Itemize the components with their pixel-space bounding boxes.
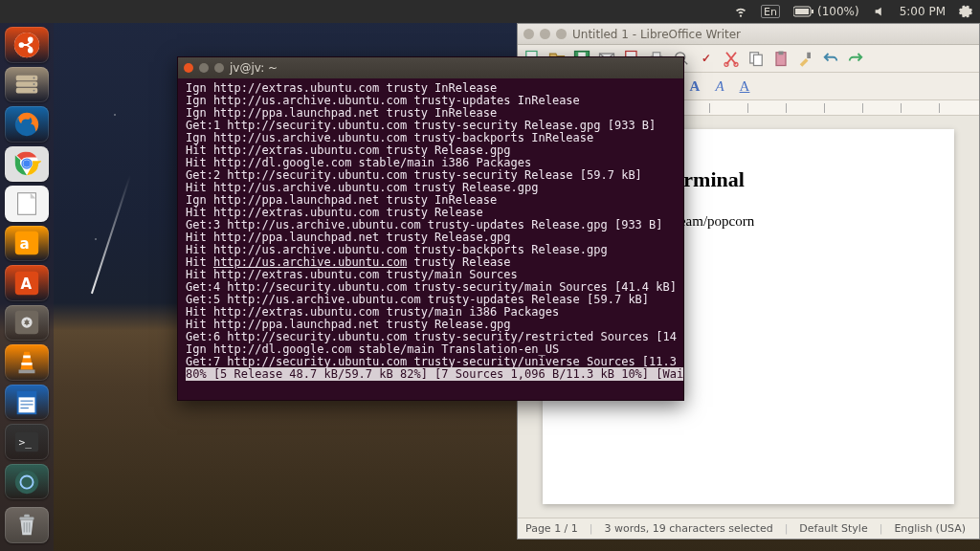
launcher-trash[interactable] — [5, 507, 49, 543]
top-panel: En (100%) 5:00 PM — [0, 0, 980, 23]
launcher-item-files[interactable] — [5, 67, 49, 103]
svg-text:a: a — [20, 235, 30, 253]
svg-rect-26 — [21, 363, 32, 365]
bold-button[interactable]: A — [684, 76, 705, 97]
launcher-item-vlc[interactable] — [5, 344, 49, 381]
gear-icon[interactable] — [959, 5, 972, 18]
underline-button[interactable]: A — [734, 76, 755, 97]
launcher-item-settings[interactable] — [5, 305, 49, 342]
terminal-minimize-button[interactable] — [199, 63, 209, 73]
terminal-maximize-button[interactable] — [214, 63, 224, 73]
italic-button[interactable]: A — [709, 76, 730, 97]
svg-rect-1 — [795, 9, 809, 14]
format-paintbrush-button[interactable] — [795, 48, 816, 69]
terminal-title: jv@jv: ~ — [230, 61, 278, 75]
copy-button[interactable] — [746, 48, 767, 69]
svg-rect-57 — [807, 53, 811, 58]
volume-icon[interactable] — [873, 5, 886, 18]
status-page: Page 1 / 1 — [525, 522, 578, 535]
undo-button[interactable] — [820, 48, 841, 69]
terminal-window: jv@jv: ~ Ign http://extras.ubuntu.com tr… — [177, 56, 684, 401]
window-maximize-button[interactable] — [556, 29, 567, 39]
svg-point-6 — [28, 36, 33, 42]
window-minimize-button[interactable] — [540, 29, 550, 39]
writer-titlebar[interactable]: Untitled 1 - LibreOffice Writer — [518, 24, 979, 45]
svg-text:A: A — [20, 276, 32, 293]
keyboard-layout-indicator[interactable]: En — [761, 5, 780, 18]
svg-rect-38 — [24, 515, 30, 518]
paste-button[interactable] — [770, 48, 791, 69]
battery-percent-label: (100%) — [817, 5, 859, 18]
svg-point-12 — [33, 83, 35, 85]
svg-rect-35 — [15, 470, 38, 493]
status-language: English (USA) — [894, 522, 966, 535]
terminal-titlebar[interactable]: jv@jv: ~ — [178, 57, 683, 78]
svg-point-13 — [33, 90, 35, 92]
svg-rect-25 — [23, 356, 31, 359]
launcher-item-writer[interactable] — [5, 385, 49, 421]
launcher-item-libreoffice[interactable] — [5, 186, 49, 222]
terminal-output[interactable]: Ign http://extras.ubuntu.com trusty InRe… — [178, 78, 683, 400]
launcher-item-dash[interactable] — [5, 27, 49, 63]
svg-point-18 — [23, 161, 31, 168]
launcher-item-app-unknown[interactable] — [5, 464, 49, 500]
clock-label[interactable]: 5:00 PM — [900, 5, 946, 18]
wifi-icon[interactable] — [734, 5, 747, 18]
svg-rect-54 — [754, 55, 763, 65]
launcher-item-chrome[interactable] — [5, 146, 49, 183]
redo-button[interactable] — [845, 48, 866, 69]
status-style: Default Style — [799, 522, 867, 535]
status-selection: 3 words, 19 characters selected — [605, 522, 773, 535]
launcher-item-firefox[interactable] — [5, 106, 49, 143]
svg-rect-29 — [18, 391, 36, 397]
svg-rect-24 — [15, 311, 38, 334]
window-close-button[interactable] — [523, 29, 534, 39]
spellcheck-button[interactable]: ✓ — [696, 48, 717, 69]
svg-rect-27 — [19, 370, 35, 374]
svg-rect-2 — [812, 10, 813, 13]
svg-point-11 — [33, 77, 35, 79]
launcher-item-terminal[interactable]: >_ — [5, 424, 49, 460]
unity-launcher: aA>_ — [0, 23, 54, 551]
launcher-item-software-center[interactable]: A — [5, 265, 49, 301]
battery-indicator[interactable]: (100%) — [793, 5, 859, 18]
svg-rect-56 — [779, 52, 784, 55]
cut-button[interactable] — [721, 48, 742, 69]
svg-point-7 — [28, 48, 33, 54]
writer-statusbar: Page 1 / 1 | 3 words, 19 characters sele… — [518, 518, 979, 539]
terminal-close-button[interactable] — [184, 63, 193, 73]
writer-title: Untitled 1 - LibreOffice Writer — [572, 28, 741, 41]
svg-rect-37 — [20, 518, 34, 520]
launcher-item-amazon[interactable]: a — [5, 226, 49, 262]
svg-text:>_: >_ — [19, 436, 33, 449]
